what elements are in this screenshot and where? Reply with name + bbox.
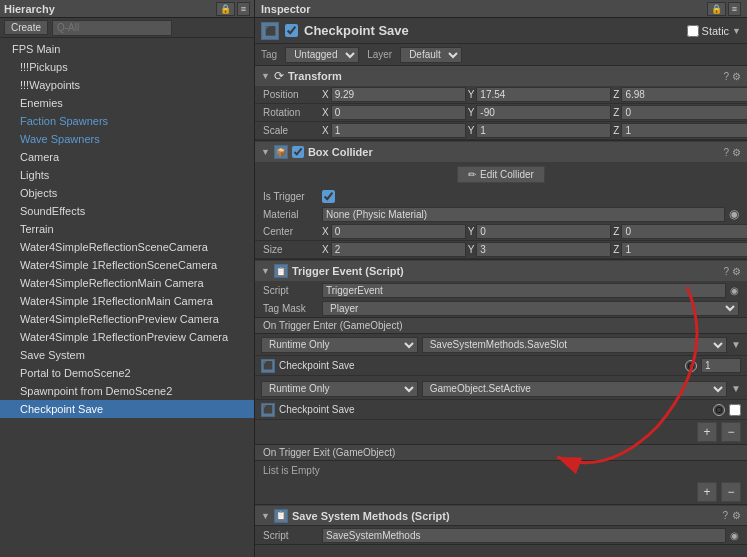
center-x[interactable] — [331, 224, 466, 239]
center-label: Center — [263, 226, 318, 237]
save-system-script-pick[interactable]: ◉ — [730, 530, 739, 541]
transform-header-left: ▼ ⟳ Transform — [261, 69, 342, 83]
trigger-event-header[interactable]: ▼ 📋 Trigger Event (Script) ? ⚙ — [255, 261, 747, 281]
layer-dropdown[interactable]: Default — [400, 47, 462, 63]
inspector-body: ▼ ⟳ Transform ? ⚙ Position X Y Z Rotatio… — [255, 66, 747, 557]
trigger-obj-circle-1[interactable]: ○ — [685, 360, 697, 372]
transform-settings-btn[interactable]: ⚙ — [732, 71, 741, 82]
position-x[interactable] — [331, 87, 466, 102]
on-enter-add-btn[interactable]: + — [697, 422, 717, 442]
size-label: Size — [263, 244, 318, 255]
transform-title: Transform — [288, 70, 342, 82]
rotation-x[interactable] — [331, 105, 466, 120]
hierarchy-item[interactable]: Portal to DemoScene2 — [0, 364, 254, 382]
is-trigger-checkbox[interactable] — [322, 190, 335, 203]
transform-header[interactable]: ▼ ⟳ Transform ? ⚙ — [255, 66, 747, 86]
edit-collider-btn[interactable]: ✏ Edit Collider — [457, 166, 545, 183]
hierarchy-item[interactable]: Water4SimpleReflectionPreview Camera — [0, 310, 254, 328]
hierarchy-item[interactable]: Water4Simple 1ReflectionMain Camera — [0, 292, 254, 310]
material-pick-btn[interactable]: ◉ — [729, 207, 739, 221]
box-collider-header[interactable]: ▼ 📦 Box Collider ? ⚙ — [255, 142, 747, 162]
box-collider-help-btn[interactable]: ? — [723, 147, 729, 158]
inspector-header-icons: 🔒 ≡ — [707, 2, 741, 16]
hierarchy-item[interactable]: Objects — [0, 184, 254, 202]
object-active-checkbox[interactable] — [285, 24, 298, 37]
hierarchy-header-icons: 🔒 ≡ — [216, 2, 250, 16]
tag-mask-dropdown[interactable]: Player — [322, 301, 739, 316]
inspector-menu-btn[interactable]: ≡ — [728, 2, 741, 16]
hierarchy-item[interactable]: Spawnpoint from DemoScene2 — [0, 382, 254, 400]
size-y[interactable] — [476, 242, 611, 257]
hierarchy-menu-btn[interactable]: ≡ — [237, 2, 250, 16]
hierarchy-item[interactable]: !!!Pickups — [0, 58, 254, 76]
hierarchy-item[interactable]: Camera — [0, 148, 254, 166]
box-collider-enable-check[interactable] — [292, 146, 304, 158]
position-y[interactable] — [476, 87, 611, 102]
inspector-lock-btn[interactable]: 🔒 — [707, 2, 726, 16]
save-system-script-input[interactable] — [322, 528, 726, 543]
hierarchy-item[interactable]: FPS Main — [0, 40, 254, 58]
on-exit-remove-btn[interactable]: − — [721, 482, 741, 502]
on-exit-add-btn[interactable]: + — [697, 482, 717, 502]
trigger-val-1[interactable] — [701, 358, 741, 373]
trigger-event-help-btn[interactable]: ? — [723, 266, 729, 277]
hierarchy-item[interactable]: Enemies — [0, 94, 254, 112]
trigger-event-settings-btn[interactable]: ⚙ — [732, 266, 741, 277]
scale-z[interactable] — [621, 123, 747, 138]
rotation-y[interactable] — [476, 105, 611, 120]
scale-x[interactable] — [331, 123, 466, 138]
box-collider-arrow: ▼ — [261, 147, 270, 157]
material-input[interactable] — [322, 207, 725, 222]
size-z[interactable] — [621, 242, 747, 257]
create-button[interactable]: Create — [4, 20, 48, 35]
static-checkbox[interactable] — [687, 25, 699, 37]
position-z[interactable] — [621, 87, 747, 102]
save-system-header[interactable]: ▼ 📋 Save System Methods (Script) ? ⚙ — [255, 506, 747, 526]
trigger-script-pick[interactable]: ◉ — [730, 285, 739, 296]
hierarchy-lock-btn[interactable]: 🔒 — [216, 2, 235, 16]
rotation-z[interactable] — [621, 105, 747, 120]
trigger-runtime-1[interactable]: Runtime Only — [261, 337, 418, 353]
search-input[interactable] — [52, 20, 172, 36]
trigger-event-title: Trigger Event (Script) — [292, 265, 404, 277]
hierarchy-item[interactable]: Faction Spawners — [0, 112, 254, 130]
hierarchy-item[interactable]: Save System — [0, 346, 254, 364]
on-enter-remove-btn[interactable]: − — [721, 422, 741, 442]
hierarchy-item[interactable]: !!!Waypoints — [0, 76, 254, 94]
scale-y[interactable] — [476, 123, 611, 138]
static-arrow: ▼ — [732, 26, 741, 36]
save-system-settings-btn[interactable]: ⚙ — [732, 510, 741, 521]
hierarchy-item[interactable]: Wave Spawners — [0, 130, 254, 148]
box-collider-settings-btn[interactable]: ⚙ — [732, 147, 741, 158]
tag-dropdown[interactable]: Untagged — [285, 47, 359, 63]
hierarchy-item[interactable]: Water4Simple 1ReflectionPreview Camera — [0, 328, 254, 346]
hierarchy-item[interactable]: Lights — [0, 166, 254, 184]
scale-xyz: X Y Z — [322, 123, 747, 138]
transform-help-btn[interactable]: ? — [723, 71, 729, 82]
hierarchy-item[interactable]: SoundEffects — [0, 202, 254, 220]
static-label: Static — [702, 25, 730, 37]
hierarchy-item[interactable]: Water4SimpleReflectionSceneCamera — [0, 238, 254, 256]
save-system-help-btn[interactable]: ? — [722, 510, 728, 521]
hierarchy-item[interactable]: Terrain — [0, 220, 254, 238]
center-y[interactable] — [476, 224, 611, 239]
save-system-script-label: Script — [263, 530, 318, 541]
trigger-obj-icon-1: ⬛ — [261, 359, 275, 373]
trigger-obj-name-2: Checkpoint Save — [279, 404, 709, 415]
hierarchy-item[interactable]: Water4SimpleReflectionMain Camera — [0, 274, 254, 292]
trigger-runtime-2[interactable]: Runtime Only — [261, 381, 418, 397]
hierarchy-header: Hierarchy 🔒 ≡ — [0, 0, 254, 18]
box-collider-section: ▼ 📦 Box Collider ? ⚙ ✏ Edit Collider Is … — [255, 142, 747, 260]
center-z[interactable] — [621, 224, 747, 239]
trigger-script-input[interactable] — [322, 283, 726, 298]
hierarchy-item[interactable]: Water4Simple 1ReflectionSceneCamera — [0, 256, 254, 274]
trigger-method-2[interactable]: GameObject.SetActive — [422, 381, 727, 397]
trigger-obj-circle-2[interactable]: ○ — [713, 404, 725, 416]
transform-header-icons: ? ⚙ — [723, 71, 741, 82]
hierarchy-panel: Hierarchy 🔒 ≡ Create FPS Main!!!Pickups!… — [0, 0, 255, 557]
trigger-check-2[interactable] — [729, 404, 741, 416]
trigger-method-1[interactable]: SaveSystemMethods.SaveSlot — [422, 337, 727, 353]
tag-label: Tag — [261, 49, 277, 60]
size-x[interactable] — [331, 242, 466, 257]
hierarchy-item[interactable]: Checkpoint Save — [0, 400, 254, 418]
